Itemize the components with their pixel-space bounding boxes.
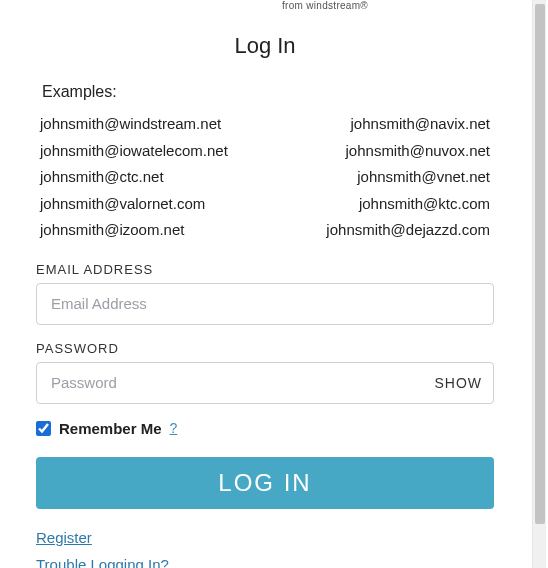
show-password-button[interactable]: SHOW [434, 362, 482, 404]
page-title: Log In [36, 33, 494, 59]
examples-col-left: johnsmith@windstream.net johnsmith@iowat… [40, 113, 228, 242]
email-field-group: EMAIL ADDRESS [36, 262, 494, 325]
remember-help-link[interactable]: ? [170, 420, 178, 436]
email-input[interactable] [36, 283, 494, 325]
brand-tagline: from windstream® [36, 0, 494, 11]
example-email: johnsmith@ktc.com [326, 193, 490, 216]
trouble-logging-in-link[interactable]: Trouble Logging In? [36, 556, 494, 569]
examples-col-right: johnsmith@navix.net johnsmith@nuvox.net … [326, 113, 490, 242]
example-email: johnsmith@windstream.net [40, 113, 228, 136]
example-email: johnsmith@iowatelecom.net [40, 140, 228, 163]
example-email: johnsmith@dejazzd.com [326, 219, 490, 242]
example-email: johnsmith@nuvox.net [326, 140, 490, 163]
remember-row: Remember Me ? [36, 420, 494, 437]
login-form-container: from windstream® Log In Examples: johnsm… [0, 0, 530, 568]
example-email: johnsmith@vnet.net [326, 166, 490, 189]
email-label: EMAIL ADDRESS [36, 262, 494, 277]
example-email: johnsmith@ctc.net [40, 166, 228, 189]
password-input[interactable] [36, 362, 494, 404]
register-link[interactable]: Register [36, 529, 494, 546]
scrollbar-thumb[interactable] [535, 4, 545, 524]
example-email: johnsmith@navix.net [326, 113, 490, 136]
example-email: johnsmith@izoom.net [40, 219, 228, 242]
password-label: PASSWORD [36, 341, 494, 356]
login-button[interactable]: LOG IN [36, 457, 494, 509]
examples-grid: johnsmith@windstream.net johnsmith@iowat… [36, 113, 494, 242]
remember-label: Remember Me [59, 420, 162, 437]
examples-heading: Examples: [36, 83, 494, 101]
example-email: johnsmith@valornet.com [40, 193, 228, 216]
password-field-group: PASSWORD SHOW [36, 341, 494, 404]
remember-checkbox[interactable] [36, 421, 51, 436]
